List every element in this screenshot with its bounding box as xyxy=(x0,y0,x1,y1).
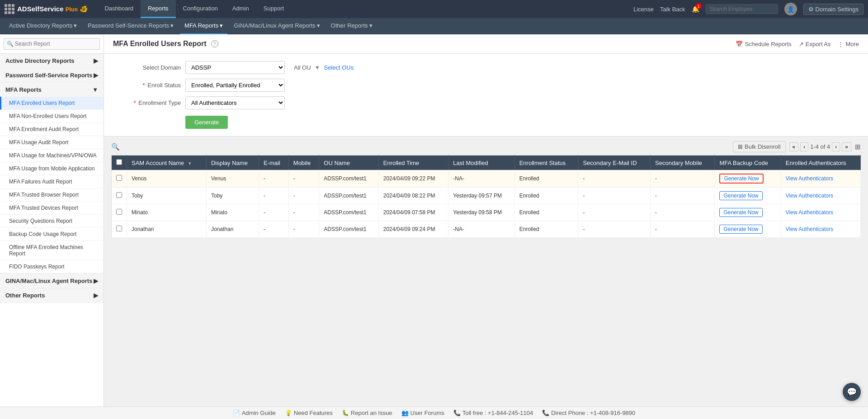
report-header-actions: 📅 Schedule Reports ↗ Export As ⋮ More xyxy=(736,41,859,47)
row-email: - xyxy=(259,188,288,204)
nav-support[interactable]: Support xyxy=(256,0,292,18)
sort-icon[interactable]: ▼ xyxy=(188,161,192,166)
more-button[interactable]: ⋮ More xyxy=(838,41,859,47)
first-page-button[interactable]: « xyxy=(789,142,799,151)
enrollment-type-select[interactable]: All Authenticators xyxy=(185,96,285,109)
export-as-button[interactable]: ↗ Export As xyxy=(799,41,831,47)
footer-icon: 📞 xyxy=(542,410,549,416)
second-nav-mfa-reports[interactable]: MFA Reports ▾ xyxy=(180,18,227,34)
second-nav-ad-reports[interactable]: Active Directory Reports ▾ xyxy=(5,18,81,34)
row-display-name: Jonathan xyxy=(206,221,259,238)
sidebar-item-mfa-usage-vpn[interactable]: MFA Usage for Machines/VPN/OWA xyxy=(0,149,104,162)
row-secondary-mobile: - xyxy=(651,170,715,188)
generate-now-button[interactable]: Generate Now xyxy=(719,208,762,217)
column-settings-icon[interactable]: ⊞ xyxy=(855,143,861,151)
schedule-reports-button[interactable]: 📅 Schedule Reports xyxy=(736,41,791,47)
select-ous-link[interactable]: Select OUs xyxy=(324,64,354,71)
sidebar-item-mfa-non-enrolled[interactable]: MFA Non-Enrolled Users Report xyxy=(0,110,104,123)
footer-link[interactable]: 💡 Need Features xyxy=(285,410,333,416)
sidebar-item-fido-passkeys[interactable]: FIDO Passkeys Report xyxy=(0,260,104,273)
talk-back-link[interactable]: Talk Back xyxy=(660,6,685,13)
col-enrolled-auth: Enrolled Authenticators xyxy=(781,155,860,170)
main-layout: 🔍 Active Directory Reports ▶ Password Se… xyxy=(0,34,868,406)
nav-reports[interactable]: Reports xyxy=(141,0,176,18)
footer-icon: 📄 xyxy=(233,410,240,416)
table-toolbar-right: ⊠ Bulk Disenroll « ‹ 1-4 of 4 › » ⊞ xyxy=(733,141,861,152)
prev-page-button[interactable]: ‹ xyxy=(800,142,808,151)
second-nav-other-reports[interactable]: Other Reports ▾ xyxy=(326,18,377,34)
sidebar-section-gina-header[interactable]: GINA/Mac/Linux Agent Reports ▶ xyxy=(0,274,104,288)
sidebar-section-pss-header[interactable]: Password Self-Service Reports ▶ xyxy=(0,68,104,82)
generate-now-button[interactable]: Generate Now xyxy=(719,225,762,234)
chevron-down-icon: ▼ xyxy=(92,86,98,93)
view-authenticators-button[interactable]: View Authenticators xyxy=(786,209,833,216)
search-employee-input[interactable] xyxy=(706,4,778,14)
row-checkbox[interactable] xyxy=(116,175,122,181)
content-area: MFA Enrolled Users Report ? 📅 Schedule R… xyxy=(104,34,868,406)
row-checkbox-cell xyxy=(112,170,127,188)
second-nav-gina-reports[interactable]: GINA/Mac/Linux Agent Reports ▾ xyxy=(229,18,325,34)
row-secondary-mobile: - xyxy=(651,204,715,221)
row-checkbox[interactable] xyxy=(116,226,122,231)
bulk-disenroll-button[interactable]: ⊠ Bulk Disenroll xyxy=(733,141,785,152)
domain-settings-label: Domain Settings xyxy=(816,6,859,13)
sidebar-item-mfa-failures[interactable]: MFA Failures Audit Report xyxy=(0,175,104,188)
sidebar-item-mfa-usage-audit[interactable]: MFA Usage Audit Report xyxy=(0,136,104,149)
license-link[interactable]: License xyxy=(633,6,654,13)
sidebar-item-security-questions[interactable]: Security Questions Report xyxy=(0,215,104,228)
sidebar-search-input[interactable] xyxy=(4,38,100,50)
view-authenticators-button[interactable]: View Authenticators xyxy=(786,193,833,199)
domain-select[interactable]: ADSSP xyxy=(185,61,285,74)
view-authenticators-button[interactable]: View Authenticators xyxy=(786,226,833,232)
generate-now-button[interactable]: Generate Now xyxy=(719,174,763,184)
sidebar-item-mfa-usage-mobile[interactable]: MFA Usage from Mobile Application xyxy=(0,162,104,175)
footer-link-label: Toll free : +1-844-245-1104 xyxy=(462,410,533,416)
domain-settings-button[interactable]: ⚙ Domain Settings xyxy=(803,4,863,15)
sidebar-item-mfa-enrolled[interactable]: MFA Enrolled Users Report xyxy=(0,97,104,110)
footer-link[interactable]: 📄 Admin Guide xyxy=(233,410,276,416)
sidebar-item-backup-code[interactable]: Backup Code Usage Report xyxy=(0,228,104,241)
search-icon: 🔍 xyxy=(7,41,14,47)
footer-link[interactable]: 📞 Direct Phone : +1-408-916-9890 xyxy=(542,410,635,416)
sidebar-item-offline-mfa[interactable]: Offline MFA Enrolled Machines Report xyxy=(0,241,104,260)
nav-configuration[interactable]: Configuration xyxy=(176,0,225,18)
sidebar-section-other-header[interactable]: Other Reports ▶ xyxy=(0,288,104,302)
chevron-down-icon: ▾ xyxy=(317,22,320,29)
footer-link[interactable]: 📞 Toll free : +1-844-245-1104 xyxy=(453,410,533,416)
footer-link[interactable]: 🐛 Report an Issue xyxy=(342,410,392,416)
last-page-button[interactable]: » xyxy=(842,142,851,151)
pagination: « ‹ 1-4 of 4 › » xyxy=(789,142,851,151)
calendar-icon: 📅 xyxy=(736,41,743,47)
bulk-disenroll-label: Bulk Disenroll xyxy=(745,143,780,150)
footer-link[interactable]: 👥 User Forums xyxy=(401,410,444,416)
footer-icon: 🐛 xyxy=(342,410,349,416)
sidebar-item-mfa-trusted-browser[interactable]: MFA Trusted Browser Report xyxy=(0,188,104,202)
row-backup-code: Generate Now xyxy=(715,188,781,204)
generate-button[interactable]: Generate xyxy=(185,116,228,129)
main-nav: Dashboard Reports Configuration Admin Su… xyxy=(97,0,291,18)
nav-dashboard[interactable]: Dashboard xyxy=(97,0,141,18)
col-email: E-mail xyxy=(259,155,288,170)
sidebar-section-mfa-label: MFA Reports xyxy=(5,86,42,93)
row-checkbox[interactable] xyxy=(116,192,122,198)
row-email: - xyxy=(259,170,288,188)
enroll-status-select[interactable]: Enrolled, Partially Enrolled xyxy=(185,79,285,92)
chat-button[interactable]: 💬 xyxy=(843,383,861,401)
ou-options: All OU ▼ Select OUs xyxy=(294,64,354,71)
nav-admin[interactable]: Admin xyxy=(225,0,256,18)
sidebar-section-ad-header[interactable]: Active Directory Reports ▶ xyxy=(0,54,104,68)
user-avatar[interactable]: 👤 xyxy=(784,3,797,15)
generate-now-button[interactable]: Generate Now xyxy=(719,191,762,200)
sidebar-item-mfa-enrollment-audit[interactable]: MFA Enrollment Audit Report xyxy=(0,123,104,136)
sidebar-item-mfa-trusted-devices[interactable]: MFA Trusted Devices Report xyxy=(0,202,104,215)
sidebar-section-mfa-header[interactable]: MFA Reports ▼ xyxy=(0,83,104,97)
help-icon[interactable]: ? xyxy=(211,40,218,47)
view-authenticators-button[interactable]: View Authenticators xyxy=(786,175,833,182)
next-page-button[interactable]: › xyxy=(832,142,840,151)
select-all-checkbox[interactable] xyxy=(116,159,122,165)
row-mobile: - xyxy=(288,204,319,221)
table-search-icon[interactable]: 🔍 xyxy=(111,143,120,151)
report-title: MFA Enrolled Users Report xyxy=(113,40,207,48)
row-checkbox[interactable] xyxy=(116,209,122,215)
second-nav-pss-reports[interactable]: Password Self-Service Reports ▾ xyxy=(83,18,178,34)
